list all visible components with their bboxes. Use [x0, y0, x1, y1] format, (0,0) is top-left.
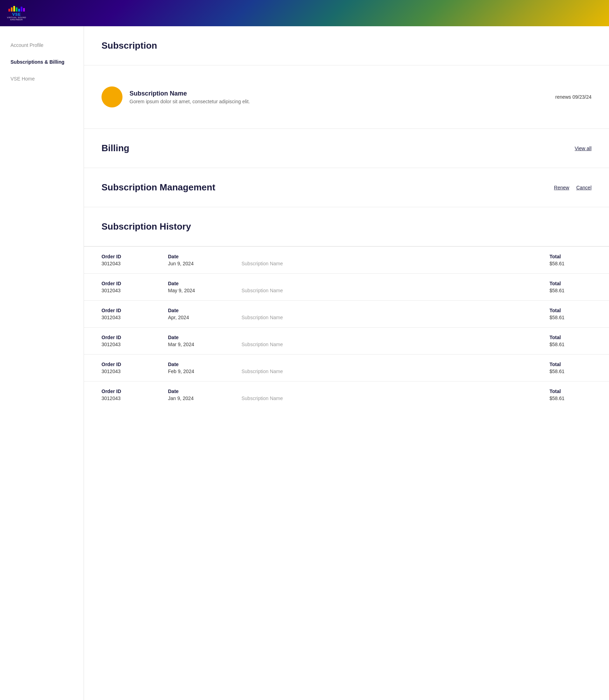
order-id-value-4: 3012043 [102, 369, 164, 374]
subscription-card: Subscription Name Gorem ipsum dolor sit … [102, 79, 592, 114]
date-label-5: Date [168, 388, 238, 394]
entry-sub-col-1: - Subscription Name [241, 281, 546, 293]
subscription-section: Subscription [84, 26, 609, 65]
entry-total-col-1: Total $58.61 [550, 281, 592, 293]
sub-name-value-2: Subscription Name [241, 315, 546, 320]
management-title: Subscription Management [102, 182, 215, 193]
order-id-label-5: Order ID [102, 388, 164, 394]
total-label-5: Total [550, 388, 592, 394]
renew-link[interactable]: Renew [554, 185, 569, 190]
order-id-label-3: Order ID [102, 335, 164, 340]
entry-total-col-0: Total $58.61 [550, 254, 592, 266]
total-value-4: $58.61 [550, 369, 592, 374]
total-value-3: $58.61 [550, 342, 592, 347]
entry-date-col-2: Date Apr, 2024 [168, 308, 238, 320]
entry-grid-4: Order ID 3012043 Date Feb 9, 2024 - Subs… [102, 355, 592, 381]
total-label-0: Total [550, 254, 592, 259]
history-row: Order ID 3012043 Date Jun 9, 2024 - Subs… [84, 246, 609, 273]
date-value-3: Mar 9, 2024 [168, 342, 238, 347]
date-value-2: Apr, 2024 [168, 315, 238, 320]
billing-header: Billing View all [102, 143, 592, 154]
sidebar: Account Profile Subscriptions & Billing … [0, 26, 84, 700]
entry-grid-5: Order ID 3012043 Date Jan 9, 2024 - Subs… [102, 382, 592, 408]
entry-sub-col-0: - Subscription Name [241, 254, 546, 266]
date-value-4: Feb 9, 2024 [168, 369, 238, 374]
date-label-1: Date [168, 281, 238, 286]
order-id-label-1: Order ID [102, 281, 164, 286]
history-row: Order ID 3012043 Date Jan 9, 2024 - Subs… [84, 381, 609, 408]
view-all-link[interactable]: View all [575, 146, 592, 151]
history-section: Subscription History [84, 207, 609, 246]
entry-order-col-5: Order ID 3012043 [102, 388, 164, 401]
sub-name-value-1: Subscription Name [241, 288, 546, 293]
entry-date-col-5: Date Jan 9, 2024 [168, 388, 238, 401]
sub-name-value-3: Subscription Name [241, 342, 546, 347]
sidebar-label-subscriptions-billing: Subscriptions & Billing [10, 59, 64, 65]
order-id-label-4: Order ID [102, 362, 164, 367]
entry-grid-3: Order ID 3012043 Date Mar 9, 2024 - Subs… [102, 328, 592, 354]
entry-grid-2: Order ID 3012043 Date Apr, 2024 - Subscr… [102, 301, 592, 327]
management-header: Subscription Management Renew Cancel [102, 182, 592, 193]
entry-total-col-4: Total $58.61 [550, 362, 592, 374]
total-label-2: Total [550, 308, 592, 313]
subscription-icon [102, 86, 122, 107]
subscription-info: Subscription Name Gorem ipsum dolor sit … [130, 90, 548, 104]
date-label-2: Date [168, 308, 238, 313]
date-label-4: Date [168, 362, 238, 367]
sub-name-value-4: Subscription Name [241, 369, 546, 374]
entry-total-col-3: Total $58.61 [550, 335, 592, 347]
sidebar-item-account-profile[interactable]: Account Profile [0, 37, 84, 54]
history-row: Order ID 3012043 Date Feb 9, 2024 - Subs… [84, 354, 609, 381]
logo-bars [8, 6, 25, 12]
order-id-label-0: Order ID [102, 254, 164, 259]
entry-total-col-2: Total $58.61 [550, 308, 592, 320]
sub-name-value-5: Subscription Name [241, 396, 546, 401]
entry-order-col-0: Order ID 3012043 [102, 254, 164, 266]
logo-subtext: VIRTUAL SOUNDENGINEER [7, 16, 26, 21]
order-id-label-2: Order ID [102, 308, 164, 313]
billing-section: Billing View all [84, 129, 609, 168]
entry-total-col-5: Total $58.61 [550, 388, 592, 401]
subscription-card-section: Subscription Name Gorem ipsum dolor sit … [84, 65, 609, 129]
order-id-value-0: 3012043 [102, 261, 164, 266]
sub-name-value-0: Subscription Name [241, 261, 546, 266]
subscription-renew-date: renews 09/23/24 [555, 94, 592, 100]
date-value-0: Jun 9, 2024 [168, 261, 238, 266]
entry-date-col-1: Date May 9, 2024 [168, 281, 238, 293]
billing-title: Billing [102, 143, 129, 154]
entry-order-col-3: Order ID 3012043 [102, 335, 164, 347]
total-label-1: Total [550, 281, 592, 286]
cancel-link[interactable]: Cancel [576, 185, 592, 190]
entry-sub-col-4: - Subscription Name [241, 362, 546, 374]
total-value-5: $58.61 [550, 396, 592, 401]
sidebar-item-vse-home[interactable]: VSE Home [0, 70, 84, 87]
app-header: VSE VIRTUAL SOUNDENGINEER [0, 0, 609, 26]
order-id-value-5: 3012043 [102, 396, 164, 401]
date-label-3: Date [168, 335, 238, 340]
date-value-5: Jan 9, 2024 [168, 396, 238, 401]
entry-grid-0: Order ID 3012043 Date Jun 9, 2024 - Subs… [102, 247, 592, 273]
total-value-0: $58.61 [550, 261, 592, 266]
subscription-title: Subscription [102, 40, 592, 51]
order-id-value-1: 3012043 [102, 288, 164, 293]
logo-text: VSE [12, 12, 21, 16]
date-value-1: May 9, 2024 [168, 288, 238, 293]
total-value-2: $58.61 [550, 315, 592, 320]
total-label-3: Total [550, 335, 592, 340]
entry-date-col-0: Date Jun 9, 2024 [168, 254, 238, 266]
date-label-0: Date [168, 254, 238, 259]
management-actions: Renew Cancel [554, 185, 592, 190]
sidebar-item-subscriptions-billing[interactable]: Subscriptions & Billing [0, 54, 84, 70]
entry-date-col-4: Date Feb 9, 2024 [168, 362, 238, 374]
entry-sub-col-2: - Subscription Name [241, 308, 546, 320]
main-content: Subscription Subscription Name Gorem ips… [84, 26, 609, 700]
management-section: Subscription Management Renew Cancel [84, 168, 609, 207]
history-row: Order ID 3012043 Date Mar 9, 2024 - Subs… [84, 327, 609, 354]
history-row: Order ID 3012043 Date Apr, 2024 - Subscr… [84, 300, 609, 327]
sidebar-label-account-profile: Account Profile [10, 42, 43, 48]
entry-sub-col-5: - Subscription Name [241, 388, 546, 401]
history-title: Subscription History [102, 221, 592, 232]
history-table: Order ID 3012043 Date Jun 9, 2024 - Subs… [84, 246, 609, 408]
sidebar-label-vse-home: VSE Home [10, 76, 35, 82]
entry-sub-col-3: - Subscription Name [241, 335, 546, 347]
